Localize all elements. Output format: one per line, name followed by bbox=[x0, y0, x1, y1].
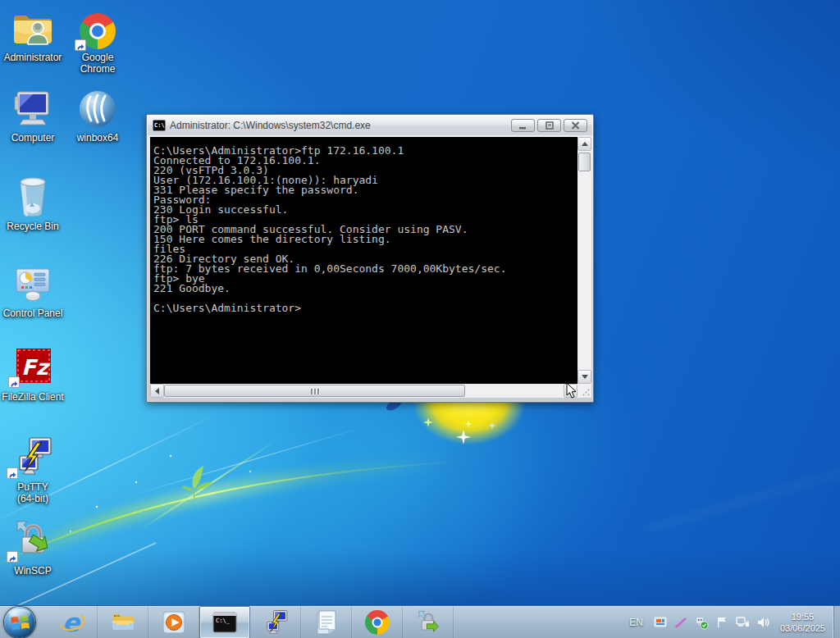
computer-icon bbox=[0, 85, 67, 130]
clock-time: 19:55 bbox=[780, 611, 825, 622]
show-desktop-button[interactable] bbox=[833, 606, 840, 638]
mouse-cursor bbox=[566, 382, 578, 399]
console-line: ftp: 7 bytes received in 0,00Seconds 700… bbox=[153, 264, 578, 274]
clock[interactable]: 19:55 03/06/2025 bbox=[780, 611, 825, 634]
restore-button[interactable] bbox=[537, 119, 561, 132]
svg-text:e: e bbox=[62, 609, 81, 636]
filezilla-icon: Fz bbox=[0, 344, 67, 389]
desktop-icon-administrator[interactable]: Administrator bbox=[0, 5, 67, 63]
vertical-scrollbar[interactable] bbox=[578, 137, 591, 384]
desktop-icon-label: FileZilla Client bbox=[0, 391, 67, 403]
tray-usb-icon[interactable] bbox=[694, 616, 709, 630]
control-panel-icon bbox=[0, 261, 67, 305]
close-button[interactable] bbox=[564, 119, 587, 132]
minimize-button[interactable] bbox=[511, 119, 535, 132]
winbox-icon bbox=[63, 85, 132, 130]
taskbar-notepad[interactable] bbox=[301, 606, 352, 638]
console-line: 150 Here comes the directory listing. bbox=[153, 235, 578, 244]
shortcut-arrow-icon bbox=[7, 467, 18, 479]
horizontal-scrollbar[interactable] bbox=[150, 384, 578, 398]
start-button[interactable] bbox=[4, 607, 35, 638]
taskbar-google-chrome[interactable] bbox=[352, 606, 403, 638]
desktop-icon-label: Computer bbox=[0, 132, 67, 144]
console-output[interactable]: C:\Users\Administrator>ftp 172.16.100.1C… bbox=[150, 137, 578, 384]
console-line: 221 Goodbye. bbox=[153, 284, 578, 294]
console-line: 331 Please specify the password. bbox=[153, 185, 578, 195]
taskbar: e bbox=[0, 605, 840, 638]
window-title: Administrator: C:\Windows\system32\cmd.e… bbox=[170, 120, 371, 131]
scroll-down-button[interactable] bbox=[578, 370, 591, 384]
resize-grip[interactable] bbox=[578, 384, 591, 398]
language-indicator[interactable]: EN bbox=[629, 617, 643, 628]
desktop-icon-winbox64[interactable]: winbox64 bbox=[63, 85, 132, 144]
tray-pen-icon[interactable] bbox=[674, 616, 687, 629]
tray-network-icon[interactable] bbox=[735, 616, 750, 629]
shortcut-arrow-icon bbox=[7, 551, 18, 563]
taskbar-command-prompt[interactable]: C:\_ bbox=[199, 606, 250, 638]
desktop-icon-label: Google Chrome bbox=[76, 52, 119, 75]
desktop-icon-label: WinSCP bbox=[0, 565, 67, 576]
desktop-icon-winscp[interactable]: WinSCP bbox=[0, 518, 67, 576]
clock-date: 03/06/2025 bbox=[780, 622, 825, 634]
desktop-icon-putty[interactable]: PuTTY (64-bit) bbox=[0, 435, 67, 504]
winscp-icon bbox=[0, 518, 67, 563]
shortcut-arrow-icon bbox=[75, 39, 86, 51]
cmd-icon: C:\ bbox=[153, 120, 166, 131]
wallpaper-sprout bbox=[182, 459, 218, 499]
chrome-icon bbox=[63, 5, 132, 49]
sparkle bbox=[464, 420, 472, 428]
cmd-client-area: C:\Users\Administrator>ftp 172.16.100.1C… bbox=[150, 137, 591, 398]
system-tray: EN 19:55 03/06/2025 bbox=[629, 606, 840, 638]
desktop-icon-label: Recycle Bin bbox=[0, 221, 67, 232]
desktop: Administrator Google Chrome Computer bbox=[0, 0, 840, 638]
console-line: 230 Login successful. bbox=[153, 205, 578, 215]
desktop-icon-control-panel[interactable]: Control Panel bbox=[0, 261, 67, 319]
taskbar-putty[interactable] bbox=[250, 606, 301, 638]
desktop-icon-google-chrome[interactable]: Google Chrome bbox=[63, 5, 132, 75]
desktop-icon-recycle-bin[interactable]: Recycle Bin bbox=[0, 174, 67, 232]
desktop-icon-label: Administrator bbox=[0, 52, 67, 63]
desktop-icon-filezilla[interactable]: Fz FileZilla Client bbox=[0, 344, 67, 403]
putty-icon bbox=[0, 435, 67, 479]
scroll-left-button[interactable] bbox=[150, 384, 164, 398]
administrator-folder-icon bbox=[0, 5, 67, 49]
svg-text:Fz: Fz bbox=[21, 355, 51, 380]
console-line: C:\Users\Administrator> bbox=[153, 303, 578, 313]
tray-volume-icon[interactable] bbox=[756, 616, 770, 629]
sparkle bbox=[423, 417, 433, 427]
taskbar-windows-explorer[interactable] bbox=[98, 606, 148, 638]
svg-text:C:\_: C:\_ bbox=[216, 617, 231, 624]
vertical-scroll-thumb[interactable] bbox=[578, 153, 591, 171]
cmd-window: C:\ Administrator: C:\Windows\system32\c… bbox=[146, 114, 594, 403]
shortcut-arrow-icon bbox=[8, 376, 20, 388]
desktop-icon-label: winbox64 bbox=[63, 132, 132, 144]
taskbar-media-player[interactable] bbox=[148, 606, 199, 638]
tray-action-center-icon[interactable] bbox=[715, 616, 728, 629]
sparkle bbox=[488, 422, 496, 430]
recycle-bin-icon bbox=[0, 174, 67, 218]
desktop-icon-computer[interactable]: Computer bbox=[0, 85, 67, 144]
desktop-icon-label: PuTTY (64-bit) bbox=[10, 481, 56, 504]
scroll-up-button[interactable] bbox=[578, 137, 591, 151]
desktop-icon-label: Control Panel bbox=[0, 308, 67, 319]
taskbar-internet-explorer[interactable]: e bbox=[47, 606, 98, 638]
sparkle bbox=[456, 430, 471, 444]
tray-app-icon[interactable] bbox=[654, 616, 668, 629]
taskbar-winscp[interactable] bbox=[403, 606, 454, 638]
horizontal-scroll-thumb[interactable] bbox=[164, 385, 465, 397]
